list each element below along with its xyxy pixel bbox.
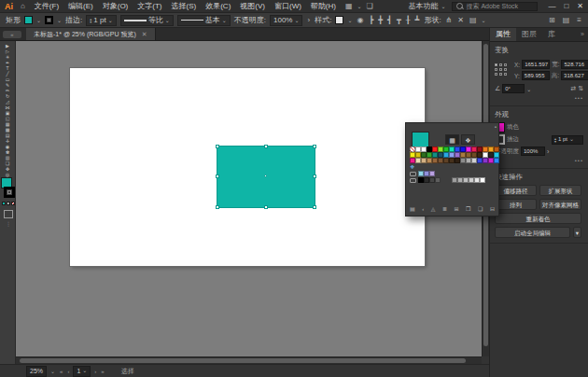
- menu-item[interactable]: 视图(V): [235, 1, 270, 11]
- align-bottom-icon[interactable]: ┻: [414, 16, 421, 24]
- swatches-tab-icon[interactable]: ▦: [445, 134, 459, 145]
- selection-handle[interactable]: [313, 145, 316, 148]
- minimize-button[interactable]: —: [548, 2, 555, 10]
- color-mixer-tab-icon[interactable]: ❖: [461, 134, 475, 145]
- restore-button[interactable]: □: [564, 2, 568, 10]
- recolor-artwork-icon[interactable]: ◉: [356, 16, 364, 24]
- tab-libraries[interactable]: 库: [542, 28, 561, 41]
- menu-item[interactable]: 窗口(W): [270, 1, 306, 11]
- selection-handle[interactable]: [313, 175, 316, 178]
- first-artboard-icon[interactable]: «: [59, 369, 63, 374]
- height-field[interactable]: 318.627: [561, 71, 588, 80]
- tab-layers[interactable]: 图层: [516, 28, 542, 41]
- show-swatch-kinds-icon[interactable]: ‹: [422, 206, 424, 213]
- selection-handle[interactable]: [264, 145, 268, 148]
- opacity-input[interactable]: 100% ⌄: [270, 15, 303, 26]
- stroke-caret-icon[interactable]: ⌄: [57, 17, 62, 23]
- flip-vertical-icon[interactable]: ⇅: [578, 85, 583, 92]
- share-document-icon[interactable]: ❏: [365, 2, 375, 10]
- zoom-caret-icon[interactable]: ⌄: [49, 368, 56, 374]
- opacity-expand-icon[interactable]: ›: [306, 16, 311, 24]
- transform-more-options[interactable]: •••: [495, 95, 583, 101]
- zoom-level-select[interactable]: 25%: [26, 366, 47, 377]
- stepper-arrows-icon[interactable]: ▴▾: [90, 18, 91, 23]
- swatch[interactable]: [494, 158, 499, 163]
- arrange-button[interactable]: 排列: [495, 199, 537, 210]
- opacity-field[interactable]: 100%: [521, 147, 545, 156]
- align-pixel-grid-button[interactable]: 对齐像素网格: [539, 199, 581, 210]
- stepper-arrows-icon[interactable]: ▴▾: [554, 137, 556, 143]
- chevron-down-icon[interactable]: ⌄: [294, 17, 299, 23]
- shape-properties-icon[interactable]: ⋔: [445, 16, 454, 24]
- width-field[interactable]: 528.716: [561, 60, 588, 69]
- swatch-kinds-icon[interactable]: ❖: [410, 164, 414, 170]
- angle-caret-icon[interactable]: ⌄: [526, 86, 531, 92]
- swatch[interactable]: [480, 177, 485, 183]
- chevron-down-icon[interactable]: ⌄: [108, 17, 113, 23]
- align-top-icon[interactable]: ┳: [396, 16, 402, 24]
- align-right-icon[interactable]: ┫: [386, 16, 393, 24]
- stock-search-input[interactable]: 搜索 Adobe Stock: [452, 2, 538, 11]
- menu-item[interactable]: 帮助(H): [306, 1, 341, 11]
- swatch[interactable]: [429, 171, 435, 176]
- toolbar-stroke-swatch[interactable]: [4, 187, 15, 198]
- select-similar-icon[interactable]: ▤: [469, 16, 478, 24]
- stroke-weight-stepper[interactable]: ▴▾ 1 pt ⌄: [86, 15, 116, 26]
- screen-mode-button[interactable]: [4, 210, 13, 218]
- dock-collapse-icon[interactable]: »: [581, 28, 588, 41]
- recolor-button[interactable]: 重新着色: [495, 213, 581, 224]
- color-group-folder-icon[interactable]: [410, 172, 416, 176]
- document-tab[interactable]: 未标题-1* @ 25% (RGB/GPU 预览) ✕: [26, 28, 156, 40]
- align-center-v-icon[interactable]: ╂: [405, 16, 412, 24]
- arrange-documents-icon[interactable]: ▦: [343, 2, 355, 10]
- selection-handle[interactable]: [264, 205, 268, 209]
- open-library-icon[interactable]: ❒: [466, 206, 470, 213]
- panel-collapse-icon[interactable]: ▪: [495, 124, 497, 130]
- brush-definition-select[interactable]: 基本 ⌄: [177, 15, 231, 26]
- new-swatch-icon[interactable]: ❏: [478, 206, 483, 213]
- color-button[interactable]: [2, 202, 6, 205]
- arrange-documents-caret-icon[interactable]: ⌄: [357, 3, 362, 9]
- selection-handle[interactable]: [216, 145, 219, 148]
- delete-swatch-icon[interactable]: ⊟: [490, 206, 495, 213]
- y-field[interactable]: 589.955: [522, 71, 550, 80]
- global-edit-button[interactable]: 启动全局编辑: [495, 227, 570, 238]
- fill-color-swatch[interactable]: [24, 16, 33, 24]
- panel-menu-icon[interactable]: ≡: [576, 16, 582, 24]
- fill-caret-icon[interactable]: ⌄: [36, 17, 41, 23]
- last-artboard-icon[interactable]: »: [100, 369, 105, 374]
- horizontal-scrollbar[interactable]: [16, 356, 482, 364]
- reference-point-selector[interactable]: [495, 63, 509, 77]
- new-color-group-icon[interactable]: ⊞: [455, 206, 459, 213]
- home-icon[interactable]: ⌂: [19, 2, 27, 10]
- color-themes-icon[interactable]: ◬: [431, 206, 436, 213]
- appearance-more-options[interactable]: •••: [495, 158, 583, 163]
- toolbar-collapse-icon[interactable]: «: [3, 31, 21, 38]
- menu-item[interactable]: 编辑(E): [63, 1, 98, 11]
- artboard-select[interactable]: 1 ⌄: [73, 366, 91, 377]
- flip-horizontal-icon[interactable]: ⇄: [570, 85, 576, 92]
- stroke-color-swatch[interactable]: [45, 16, 53, 24]
- edit-toolbar-icon[interactable]: ⋮: [6, 220, 11, 227]
- expand-shape-button[interactable]: 扩展形状: [539, 185, 581, 196]
- illustrator-logo[interactable]: Ai: [5, 2, 13, 11]
- graphic-style-swatch[interactable]: [335, 16, 343, 24]
- stroke-weight-field[interactable]: ▴▾ 1 pt ⌄: [552, 135, 583, 145]
- document-layout-icon[interactable]: ▤: [562, 16, 571, 24]
- selection-handle[interactable]: [216, 175, 219, 178]
- gradient-button[interactable]: [7, 202, 10, 205]
- stroke-weight-value[interactable]: 1 pt: [93, 16, 105, 24]
- x-field[interactable]: 1651.597: [522, 60, 550, 69]
- selection-handle[interactable]: [313, 205, 316, 209]
- opacity-value[interactable]: 100%: [273, 16, 292, 24]
- swatch-options-icon[interactable]: ≣: [442, 206, 447, 213]
- close-button[interactable]: ✕: [577, 2, 583, 10]
- rotate-angle-field[interactable]: 0°: [502, 84, 525, 93]
- style-caret-icon[interactable]: ⌄: [347, 17, 352, 23]
- width-profile-select[interactable]: 等比 ⌄: [120, 15, 174, 26]
- offset-path-button[interactable]: 偏移路径: [495, 185, 537, 196]
- next-artboard-icon[interactable]: ›: [93, 369, 97, 374]
- selection-handle[interactable]: [216, 205, 219, 209]
- previous-artboard-icon[interactable]: ‹: [66, 369, 70, 374]
- align-center-h-icon[interactable]: ╋: [377, 16, 384, 24]
